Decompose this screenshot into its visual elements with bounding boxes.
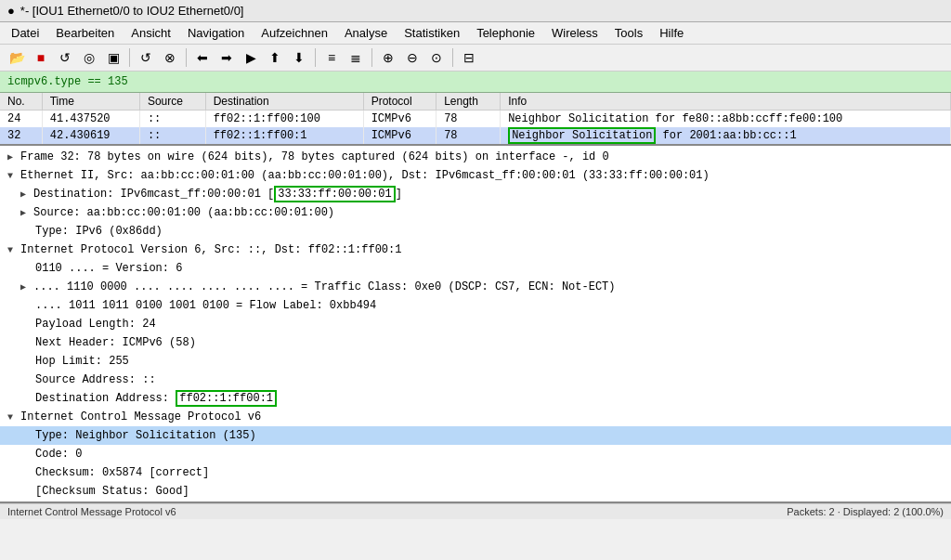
cell-length: 78 [436,111,501,128]
packet-table: No. Time Source Destination Protocol Len… [0,93,951,144]
detail-pane: ▶ Frame 32: 78 bytes on wire (624 bits),… [0,146,951,503]
col-protocol[interactable]: Protocol [363,93,436,111]
cell-protocol: ICMPv6 [363,111,436,128]
packet-tbody: 2441.437520::ff02::1:ff00:100ICMPv678Nei… [0,111,951,145]
col-time[interactable]: Time [42,93,139,111]
back-icon[interactable]: ⬅ [191,47,214,68]
forward-icon[interactable]: ➡ [215,47,238,68]
child-arrow-icon: ▶ [20,280,33,294]
filter-bar[interactable] [0,72,951,93]
detail-section-icmpv6[interactable]: ▼ Internet Control Message Protocol v6 [0,408,951,426]
menu-item-hilfe[interactable]: Hilfe [652,24,691,42]
table-row[interactable]: 3242.430619::ff02::1:ff00:1ICMPv678Neigh… [0,127,951,144]
detail-section-ethernet[interactable]: ▼ Ethernet II, Src: aa:bb:cc:00:01:00 (a… [0,166,951,185]
detail-child-line[interactable]: Code: 0 [0,445,951,463]
separator3 [315,48,316,67]
capture-options-icon[interactable]: ◎ [78,47,100,68]
stop-capture-icon[interactable]: ■ [30,47,52,68]
detail-section-ipv6[interactable]: ▼ Internet Protocol Version 6, Src: ::, … [0,241,951,259]
cell-info: Neighbor Solicitation for fe80::a8bb:ccf… [501,111,951,128]
menu-item-analyse[interactable]: Analyse [337,24,395,42]
cell-time: 41.437520 [42,111,139,128]
cell-info: Neighbor Solicitation for 2001:aa:bb:cc:… [501,127,951,144]
cell-protocol: ICMPv6 [363,127,436,144]
status-left: Internet Control Message Protocol v6 [7,506,176,517]
detail-child-line[interactable]: Source Address: :: [0,371,951,389]
open-file-icon[interactable]: 📂 [6,47,28,68]
child-arrow-icon: ▶ [20,188,33,202]
col-info[interactable]: Info [501,93,951,111]
capture-interfaces-icon[interactable]: ▣ [102,47,124,68]
zoom-normal-icon[interactable]: ⊙ [425,47,448,68]
cell-no: 24 [0,111,42,128]
detail-child-line[interactable]: ▶ Source: aa:bb:cc:00:01:00 (aa:bb:cc:00… [0,203,951,222]
detail-child-line[interactable]: Checksum: 0x5874 [correct] [0,463,951,482]
col-no[interactable]: No. [0,93,42,111]
menu-item-datei[interactable]: Datei [4,24,46,42]
cell-length: 78 [436,127,501,144]
detail-child-line[interactable]: ▶ Destination: IPv6mcast_ff:00:00:01 [33… [0,185,951,203]
detail-child-line[interactable]: Destination Address: ff02::1:ff00:1 [0,389,951,408]
menu-item-navigation[interactable]: Navigation [180,24,252,42]
title-bar: ● *- [IOU1 Ethernet0/0 to IOU2 Ethernet0… [0,0,951,22]
next-packet-icon[interactable]: ⬇ [288,47,310,68]
close-icon[interactable]: ⊗ [159,47,181,68]
detail-section-frame[interactable]: ▶ Frame 32: 78 bytes on wire (624 bits),… [0,148,951,166]
menu-item-telephonie[interactable]: Telephonie [469,24,542,42]
menu-bar: DateiBearbeitenAnsichtNavigationAufzeich… [0,22,951,45]
detail-child-line[interactable]: Hop Limit: 255 [0,352,951,371]
table-row[interactable]: 2441.437520::ff02::1:ff00:100ICMPv678Nei… [0,111,951,128]
zoom-in-icon[interactable]: ⊕ [377,47,399,68]
cell-source: :: [139,111,205,128]
col-destination[interactable]: Destination [205,93,363,111]
detail-child-line[interactable]: [Checksum Status: Good] [0,482,951,501]
menu-item-wireless[interactable]: Wireless [544,24,606,42]
detail-child-line[interactable]: Type: Neighbor Solicitation (135) [0,426,951,445]
ipv6-arrow-icon: ▼ [7,243,20,257]
packet-list: No. Time Source Destination Protocol Len… [0,93,951,146]
status-bar: Internet Control Message Protocol v6 Pac… [0,503,951,519]
col-length[interactable]: Length [436,93,501,111]
menu-item-ansicht[interactable]: Ansicht [124,24,178,42]
filter-icon[interactable]: ≡ [320,47,343,68]
packet-table-header: No. Time Source Destination Protocol Len… [0,93,951,111]
child-arrow-icon: ▶ [20,206,33,220]
col-source[interactable]: Source [139,93,205,111]
cell-no: 32 [0,127,42,144]
cell-destination: ff02::1:ff00:1 [205,127,363,144]
separator4 [371,48,372,67]
separator5 [452,48,453,67]
highlighted-value: 33:33:ff:00:00:01 [274,186,395,202]
detail-child-line[interactable]: Payload Length: 24 [0,315,951,333]
separator2 [186,48,187,67]
cell-time: 42.430619 [42,127,139,144]
detail-child-line[interactable]: .... 1011 1011 0100 1001 0100 = Flow Lab… [0,296,951,315]
zoom-out-icon[interactable]: ⊖ [401,47,423,68]
toolbar: 📂■↺◎▣↺⊗⬅➡▶⬆⬇≡≣⊕⊖⊙⊟ [0,45,951,72]
highlighted-value: ff02::1:ff00:1 [176,390,277,407]
filter-input[interactable] [7,75,944,88]
icmpv6-arrow-icon: ▼ [7,410,20,424]
filter-bookmark-icon[interactable]: ≣ [345,47,367,68]
goto-packet-icon[interactable]: ▶ [240,47,262,68]
cell-source: :: [139,127,205,144]
frame-arrow-icon: ▶ [7,150,20,164]
window-title: *- [IOU1 Ethernet0/0 to IOU2 Ethernet0/0… [20,4,244,18]
menu-item-tools[interactable]: Tools [607,24,650,42]
menu-item-aufzeichnen[interactable]: Aufzeichnen [254,24,335,42]
detail-child-line[interactable]: 0110 .... = Version: 6 [0,259,951,278]
status-right: Packets: 2 · Displayed: 2 (100.0%) [787,506,944,517]
detail-child-line[interactable]: Next Header: ICMPv6 (58) [0,333,951,352]
reload-icon[interactable]: ↺ [135,47,157,68]
prev-packet-icon[interactable]: ⬆ [264,47,286,68]
detail-child-line[interactable]: Type: IPv6 (0x86dd) [0,222,951,241]
collapse-icon[interactable]: ⊟ [458,47,480,68]
separator1 [129,48,130,67]
cell-destination: ff02::1:ff00:100 [205,111,363,128]
title-icon: ● [7,4,15,18]
menu-item-statistiken[interactable]: Statistiken [397,24,467,42]
detail-child-line[interactable]: ▶ .... 1110 0000 .... .... .... .... ...… [0,278,951,296]
restart-icon[interactable]: ↺ [54,47,76,68]
ethernet-arrow-icon: ▼ [7,169,20,183]
menu-item-bearbeiten[interactable]: Bearbeiten [48,24,122,42]
